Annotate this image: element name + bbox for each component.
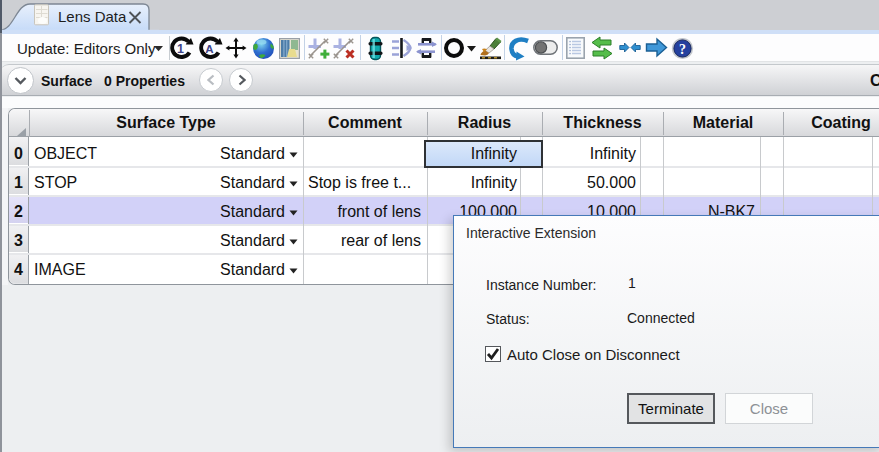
svg-text:A: A	[205, 43, 213, 55]
svg-text:1: 1	[177, 42, 184, 56]
svg-text:?: ?	[679, 42, 686, 57]
